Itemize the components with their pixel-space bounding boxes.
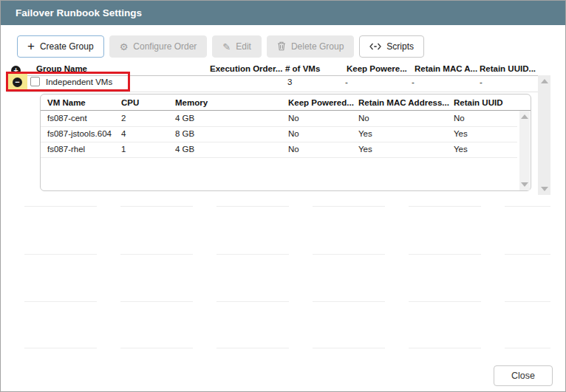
vm-retain-uuid: Yes bbox=[454, 129, 468, 138]
retain-uuid-value: - bbox=[480, 78, 483, 86]
empty-row-line bbox=[24, 206, 550, 207]
column-header-keep-powered[interactable]: Keep Powere... bbox=[347, 64, 407, 73]
column-header-group-name[interactable]: Group Name bbox=[36, 64, 87, 73]
vm-column-header-retain-uuid[interactable]: Retain UUID bbox=[454, 98, 502, 107]
vm-column-header-name[interactable]: VM Name bbox=[47, 98, 86, 107]
vm-row-divider bbox=[41, 157, 517, 158]
vm-table-panel: VM Name CPU Memory Keep Powered... Retai… bbox=[40, 94, 531, 191]
vm-name: fs087-rhel bbox=[47, 145, 85, 154]
vm-cpu: 1 bbox=[121, 145, 126, 154]
vm-header-divider bbox=[41, 110, 531, 111]
group-name-value: Independent VMs bbox=[46, 78, 112, 86]
dialog-titlebar: Failover Runbook Settings bbox=[1, 1, 565, 25]
empty-row-line bbox=[24, 348, 550, 348]
vm-column-header-retain-mac[interactable]: Retain MAC Address... bbox=[358, 98, 449, 107]
trash-icon bbox=[277, 41, 286, 52]
num-vms-value: 3 bbox=[287, 78, 292, 86]
vm-name: fs087-cent bbox=[47, 114, 87, 123]
code-icon bbox=[369, 42, 381, 52]
vm-cpu: 2 bbox=[121, 114, 126, 123]
scroll-down-icon[interactable] bbox=[521, 182, 528, 187]
vm-memory: 8 GB bbox=[175, 129, 194, 138]
empty-row-line bbox=[24, 301, 550, 302]
scroll-down-icon[interactable] bbox=[541, 187, 548, 191]
scripts-label: Scripts bbox=[386, 41, 414, 52]
gear-icon: ⚙ bbox=[120, 42, 129, 52]
keep-powered-value: - bbox=[345, 78, 348, 86]
delete-group-button[interactable]: Delete Group bbox=[267, 35, 354, 58]
vm-retain-mac: Yes bbox=[358, 145, 372, 154]
scripts-button[interactable]: Scripts bbox=[359, 35, 424, 58]
vm-memory: 4 GB bbox=[175, 145, 194, 154]
empty-row-line bbox=[24, 254, 550, 255]
vm-keep-powered: No bbox=[288, 114, 299, 123]
vm-retain-mac: Yes bbox=[358, 129, 372, 138]
header-divider bbox=[7, 75, 538, 76]
edit-label: Edit bbox=[236, 41, 251, 52]
vm-column-header-keep-powered[interactable]: Keep Powered... bbox=[288, 98, 354, 107]
group-row-checkbox[interactable] bbox=[30, 77, 40, 86]
vm-memory: 4 GB bbox=[175, 114, 194, 123]
vm-cpu: 4 bbox=[121, 129, 126, 138]
vm-keep-powered: No bbox=[288, 145, 299, 154]
toolbar: + Create Group ⚙ Configure Order ✎ Edit … bbox=[17, 35, 424, 58]
vm-retain-mac: No bbox=[358, 114, 369, 123]
dialog-title: Failover Runbook Settings bbox=[16, 1, 142, 25]
column-header-retain-uuid[interactable]: Retain UUID... bbox=[480, 64, 536, 73]
vm-retain-uuid: Yes bbox=[454, 145, 468, 154]
scroll-up-icon[interactable] bbox=[541, 79, 548, 83]
column-header-execution-order[interactable]: Execution Order... bbox=[210, 64, 282, 73]
plus-icon: + bbox=[27, 40, 35, 52]
close-button[interactable]: Close bbox=[494, 365, 553, 386]
collapse-group-icon[interactable]: − bbox=[13, 78, 22, 87]
delete-group-label: Delete Group bbox=[291, 41, 344, 52]
create-group-label: Create Group bbox=[40, 41, 94, 52]
vm-column-header-cpu[interactable]: CPU bbox=[121, 98, 139, 107]
vm-keep-powered: No bbox=[288, 129, 299, 138]
column-header-retain-mac[interactable]: Retain MAC A... bbox=[415, 64, 477, 73]
column-header-num-vms[interactable]: # of VMs bbox=[285, 64, 320, 73]
vm-row-divider bbox=[41, 142, 517, 142]
configure-order-label: Configure Order bbox=[133, 41, 197, 52]
vm-row-divider bbox=[41, 126, 517, 127]
vm-retain-uuid: No bbox=[454, 114, 465, 123]
scroll-up-icon[interactable] bbox=[521, 114, 528, 119]
pencil-icon: ✎ bbox=[222, 42, 231, 52]
vm-table-scrollbar[interactable] bbox=[519, 111, 530, 190]
edit-button[interactable]: ✎ Edit bbox=[212, 35, 262, 58]
retain-mac-value: - bbox=[412, 78, 415, 86]
vm-column-header-memory[interactable]: Memory bbox=[175, 98, 208, 107]
group-row-divider bbox=[7, 92, 538, 92]
configure-order-button[interactable]: ⚙ Configure Order bbox=[109, 35, 208, 58]
vm-name: fs087-jstools.604 bbox=[47, 129, 112, 138]
failover-runbook-settings-dialog: Failover Runbook Settings + Create Group… bbox=[0, 0, 566, 392]
create-group-button[interactable]: + Create Group bbox=[17, 35, 104, 58]
group-table-scrollbar[interactable] bbox=[538, 75, 550, 195]
